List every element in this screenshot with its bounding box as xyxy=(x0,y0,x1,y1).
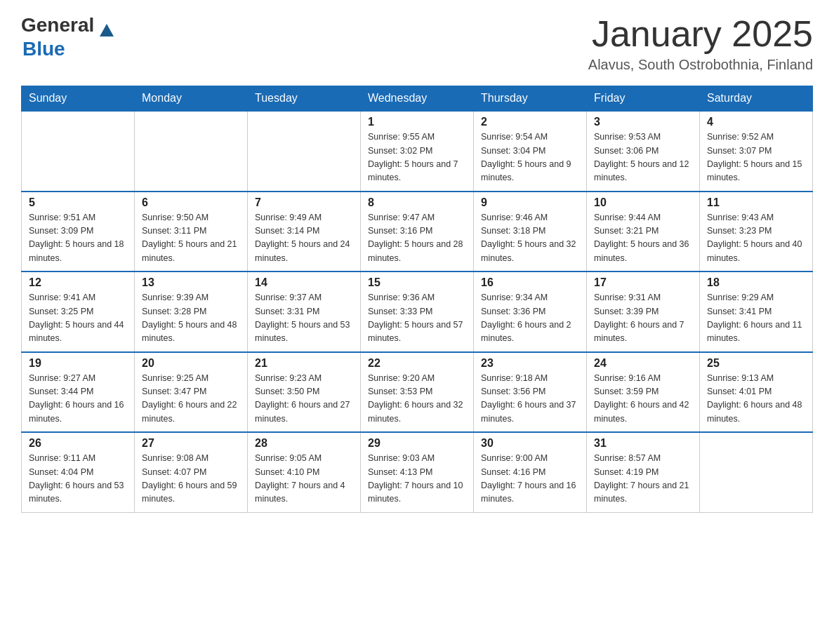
calendar-cell: 10Sunrise: 9:44 AM Sunset: 3:21 PM Dayli… xyxy=(587,192,700,272)
day-number: 12 xyxy=(29,276,127,289)
week-row-2: 5Sunrise: 9:51 AM Sunset: 3:09 PM Daylig… xyxy=(22,192,813,272)
calendar-cell: 5Sunrise: 9:51 AM Sunset: 3:09 PM Daylig… xyxy=(22,192,135,272)
calendar-cell: 20Sunrise: 9:25 AM Sunset: 3:47 PM Dayli… xyxy=(135,352,248,433)
day-info: Sunrise: 9:00 AM Sunset: 4:16 PM Dayligh… xyxy=(481,452,579,507)
day-number: 21 xyxy=(255,357,353,370)
calendar-cell: 29Sunrise: 9:03 AM Sunset: 4:13 PM Dayli… xyxy=(361,432,474,512)
calendar-cell: 25Sunrise: 9:13 AM Sunset: 4:01 PM Dayli… xyxy=(700,352,813,433)
calendar-cell: 1Sunrise: 9:55 AM Sunset: 3:02 PM Daylig… xyxy=(361,111,474,192)
day-number: 15 xyxy=(368,276,466,289)
day-number: 1 xyxy=(368,116,466,128)
page-header: General Blue January 2025 Alavus, South … xyxy=(21,14,813,73)
calendar-cell: 15Sunrise: 9:36 AM Sunset: 3:33 PM Dayli… xyxy=(361,271,474,352)
location-subtitle: Alavus, South Ostrobothnia, Finland xyxy=(588,57,813,73)
day-number: 7 xyxy=(255,196,353,209)
title-area: January 2025 Alavus, South Ostrobothnia,… xyxy=(588,14,813,73)
day-info: Sunrise: 9:34 AM Sunset: 3:36 PM Dayligh… xyxy=(481,291,579,346)
calendar-cell: 30Sunrise: 9:00 AM Sunset: 4:16 PM Dayli… xyxy=(474,432,587,512)
calendar-cell: 28Sunrise: 9:05 AM Sunset: 4:10 PM Dayli… xyxy=(248,432,361,512)
day-number: 2 xyxy=(481,116,579,128)
calendar-cell: 22Sunrise: 9:20 AM Sunset: 3:53 PM Dayli… xyxy=(361,352,474,433)
day-info: Sunrise: 9:53 AM Sunset: 3:06 PM Dayligh… xyxy=(594,130,692,185)
day-number: 9 xyxy=(481,196,579,209)
day-info: Sunrise: 9:49 AM Sunset: 3:14 PM Dayligh… xyxy=(255,211,353,266)
weekday-header-tuesday: Tuesday xyxy=(248,86,361,112)
day-number: 6 xyxy=(142,196,240,209)
calendar-cell: 26Sunrise: 9:11 AM Sunset: 4:04 PM Dayli… xyxy=(22,432,135,512)
day-number: 10 xyxy=(594,196,692,209)
calendar-cell: 11Sunrise: 9:43 AM Sunset: 3:23 PM Dayli… xyxy=(700,192,813,272)
calendar-cell xyxy=(248,111,361,192)
month-title: January 2025 xyxy=(588,14,813,54)
day-info: Sunrise: 9:55 AM Sunset: 3:02 PM Dayligh… xyxy=(368,130,466,185)
day-number: 22 xyxy=(368,357,466,370)
calendar-cell: 2Sunrise: 9:54 AM Sunset: 3:04 PM Daylig… xyxy=(474,111,587,192)
day-info: Sunrise: 9:46 AM Sunset: 3:18 PM Dayligh… xyxy=(481,211,579,266)
day-info: Sunrise: 9:25 AM Sunset: 3:47 PM Dayligh… xyxy=(142,372,240,427)
day-info: Sunrise: 9:27 AM Sunset: 3:44 PM Dayligh… xyxy=(29,372,127,427)
calendar-cell: 3Sunrise: 9:53 AM Sunset: 3:06 PM Daylig… xyxy=(587,111,700,192)
calendar-cell: 31Sunrise: 8:57 AM Sunset: 4:19 PM Dayli… xyxy=(587,432,700,512)
weekday-header-thursday: Thursday xyxy=(474,86,587,112)
calendar-cell: 23Sunrise: 9:18 AM Sunset: 3:56 PM Dayli… xyxy=(474,352,587,433)
week-row-1: 1Sunrise: 9:55 AM Sunset: 3:02 PM Daylig… xyxy=(22,111,813,192)
weekday-header-row: SundayMondayTuesdayWednesdayThursdayFrid… xyxy=(22,86,813,112)
day-number: 18 xyxy=(707,276,805,289)
day-info: Sunrise: 9:29 AM Sunset: 3:41 PM Dayligh… xyxy=(707,291,805,346)
calendar-cell: 14Sunrise: 9:37 AM Sunset: 3:31 PM Dayli… xyxy=(248,271,361,352)
day-number: 27 xyxy=(142,437,240,450)
logo-general-text: General xyxy=(21,14,94,36)
day-number: 28 xyxy=(255,437,353,450)
calendar-cell: 27Sunrise: 9:08 AM Sunset: 4:07 PM Dayli… xyxy=(135,432,248,512)
day-number: 13 xyxy=(142,276,240,289)
calendar-cell: 24Sunrise: 9:16 AM Sunset: 3:59 PM Dayli… xyxy=(587,352,700,433)
calendar-cell: 12Sunrise: 9:41 AM Sunset: 3:25 PM Dayli… xyxy=(22,271,135,352)
calendar-table: SundayMondayTuesdayWednesdayThursdayFrid… xyxy=(21,86,813,513)
day-info: Sunrise: 9:43 AM Sunset: 3:23 PM Dayligh… xyxy=(707,211,805,266)
weekday-header-saturday: Saturday xyxy=(700,86,813,112)
day-number: 23 xyxy=(481,357,579,370)
day-info: Sunrise: 9:37 AM Sunset: 3:31 PM Dayligh… xyxy=(255,291,353,346)
weekday-header-sunday: Sunday xyxy=(22,86,135,112)
day-number: 26 xyxy=(29,437,127,450)
day-info: Sunrise: 9:11 AM Sunset: 4:04 PM Dayligh… xyxy=(29,452,127,507)
week-row-3: 12Sunrise: 9:41 AM Sunset: 3:25 PM Dayli… xyxy=(22,271,813,352)
day-info: Sunrise: 9:41 AM Sunset: 3:25 PM Dayligh… xyxy=(29,291,127,346)
day-info: Sunrise: 9:13 AM Sunset: 4:01 PM Dayligh… xyxy=(707,372,805,427)
day-number: 25 xyxy=(707,357,805,370)
day-info: Sunrise: 9:05 AM Sunset: 4:10 PM Dayligh… xyxy=(255,452,353,507)
day-info: Sunrise: 9:44 AM Sunset: 3:21 PM Dayligh… xyxy=(594,211,692,266)
logo: General Blue xyxy=(21,14,114,60)
day-info: Sunrise: 8:57 AM Sunset: 4:19 PM Dayligh… xyxy=(594,452,692,507)
day-info: Sunrise: 9:47 AM Sunset: 3:16 PM Dayligh… xyxy=(368,211,466,266)
day-info: Sunrise: 9:23 AM Sunset: 3:50 PM Dayligh… xyxy=(255,372,353,427)
calendar-cell: 8Sunrise: 9:47 AM Sunset: 3:16 PM Daylig… xyxy=(361,192,474,272)
week-row-4: 19Sunrise: 9:27 AM Sunset: 3:44 PM Dayli… xyxy=(22,352,813,433)
calendar-cell: 13Sunrise: 9:39 AM Sunset: 3:28 PM Dayli… xyxy=(135,271,248,352)
day-number: 29 xyxy=(368,437,466,450)
calendar-cell: 4Sunrise: 9:52 AM Sunset: 3:07 PM Daylig… xyxy=(700,111,813,192)
week-row-5: 26Sunrise: 9:11 AM Sunset: 4:04 PM Dayli… xyxy=(22,432,813,512)
calendar-cell: 21Sunrise: 9:23 AM Sunset: 3:50 PM Dayli… xyxy=(248,352,361,433)
logo-blue-text: Blue xyxy=(21,38,114,60)
day-info: Sunrise: 9:39 AM Sunset: 3:28 PM Dayligh… xyxy=(142,291,240,346)
day-info: Sunrise: 9:52 AM Sunset: 3:07 PM Dayligh… xyxy=(707,130,805,185)
calendar-cell xyxy=(700,432,813,512)
day-info: Sunrise: 9:18 AM Sunset: 3:56 PM Dayligh… xyxy=(481,372,579,427)
day-info: Sunrise: 9:20 AM Sunset: 3:53 PM Dayligh… xyxy=(368,372,466,427)
calendar-cell: 7Sunrise: 9:49 AM Sunset: 3:14 PM Daylig… xyxy=(248,192,361,272)
day-number: 8 xyxy=(368,196,466,209)
day-number: 17 xyxy=(594,276,692,289)
day-number: 11 xyxy=(707,196,805,209)
day-info: Sunrise: 9:03 AM Sunset: 4:13 PM Dayligh… xyxy=(368,452,466,507)
day-number: 3 xyxy=(594,116,692,128)
day-number: 16 xyxy=(481,276,579,289)
day-number: 4 xyxy=(707,116,805,128)
day-number: 31 xyxy=(594,437,692,450)
day-number: 19 xyxy=(29,357,127,370)
logo-triangle-icon xyxy=(100,24,114,36)
day-number: 24 xyxy=(594,357,692,370)
day-info: Sunrise: 9:54 AM Sunset: 3:04 PM Dayligh… xyxy=(481,130,579,185)
day-number: 30 xyxy=(481,437,579,450)
calendar-cell: 9Sunrise: 9:46 AM Sunset: 3:18 PM Daylig… xyxy=(474,192,587,272)
